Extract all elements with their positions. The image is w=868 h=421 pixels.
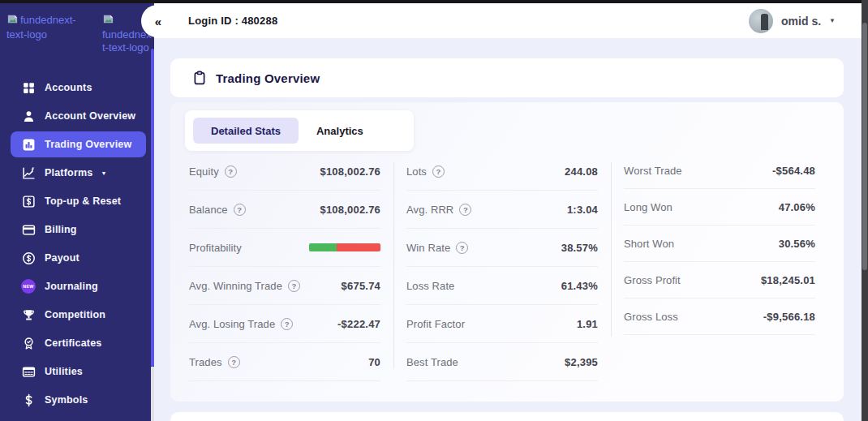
- billing-credit-card-icon: [21, 222, 36, 237]
- top-header: « Login ID : 480288 omid s. ▼: [154, 3, 862, 38]
- stat-label: Avg. Winning Trade: [189, 280, 282, 292]
- stat-value: 30.56%: [779, 238, 815, 250]
- help-question-icon[interactable]: ?: [459, 204, 471, 216]
- stat-value: 1:3.04: [567, 204, 598, 216]
- symbols-dollar-icon: [21, 393, 36, 407]
- sidebar-item-account-overview[interactable]: Account Overview: [11, 103, 146, 129]
- stat-row: Avg. Losing Trade ? -$222.47: [189, 305, 380, 343]
- stats-column-2: Lots ? 244.08 Avg. RRR ? 1:3.04 Win Rate…: [406, 153, 598, 381]
- stat-value: 38.57%: [561, 242, 598, 254]
- stat-label: Profitability: [189, 242, 242, 254]
- user-menu-caret-icon: ▼: [829, 17, 836, 24]
- stat-label: Loss Rate: [406, 280, 454, 292]
- help-question-icon[interactable]: ?: [432, 165, 445, 178]
- payout-dollar-circle-icon: [21, 251, 36, 265]
- sidebar-item-competition[interactable]: Competition: [11, 302, 146, 328]
- certificates-medal-icon: [21, 336, 36, 350]
- stat-label: Best Trade: [406, 356, 458, 368]
- stat-value: $675.74: [342, 280, 380, 292]
- sidebar-scrollbar-track[interactable]: [151, 367, 154, 421]
- help-question-icon[interactable]: ?: [234, 204, 246, 216]
- help-question-icon[interactable]: ?: [288, 280, 300, 292]
- sidebar-item-label: Journaling: [45, 281, 98, 292]
- stat-row: Worst Trade -$564.48: [624, 153, 815, 189]
- utilities-table-icon: [21, 364, 36, 379]
- sidebar-item-trading-overview[interactable]: Trading Overview: [11, 131, 146, 157]
- sidebar-item-accounts[interactable]: Accounts: [11, 75, 146, 101]
- trading-overview-chart-icon: [21, 137, 36, 152]
- user-menu[interactable]: omid s. ▼: [749, 3, 836, 38]
- stat-value: $108,002.76: [320, 165, 381, 178]
- sidebar-item-journaling[interactable]: NEW Journaling: [11, 273, 146, 299]
- stat-value: $18,245.01: [761, 274, 815, 286]
- stat-label: Long Won: [624, 201, 672, 213]
- stat-label: Gross Profit: [624, 274, 681, 286]
- stat-label: Win Rate: [406, 242, 450, 254]
- competition-trophy-icon: [21, 307, 36, 322]
- platforms-growth-icon: [21, 165, 36, 180]
- broken-image-icon: [102, 13, 114, 28]
- fundednext-logo-primary[interactable]: fundednext-text-logo: [6, 13, 76, 54]
- sidebar-item-label: Symbols: [45, 394, 88, 406]
- stat-value: $108,002.76: [320, 204, 381, 216]
- stat-value: -$222.47: [337, 318, 380, 330]
- stat-row: Lots ? 244.08: [406, 153, 598, 191]
- sidebar-item-label: Billing: [45, 224, 77, 235]
- sidebar-menu: Accounts Account Overview Trading Overvi…: [0, 75, 151, 415]
- topup-reset-dollar-square-icon: [21, 194, 36, 208]
- user-name: omid s.: [781, 15, 821, 28]
- sidebar-collapse-button[interactable]: «: [141, 5, 174, 37]
- stat-value: -$9,566.18: [763, 311, 815, 323]
- browser-top-strip: [0, 0, 868, 3]
- stats-column-3: Worst Trade -$564.48 Long Won 47.06% Sho…: [624, 153, 815, 381]
- sidebar-item-platforms[interactable]: Platforms ▼: [11, 160, 146, 186]
- trading-overview-title-card: Trading Overview: [170, 58, 844, 97]
- sidebar-item-label: Top-up & Reset: [45, 195, 121, 207]
- sidebar-scrollbar-thumb[interactable]: [151, 49, 154, 367]
- stat-label: Worst Trade: [624, 165, 682, 177]
- profitability-win-segment: [309, 243, 337, 251]
- sidebar-item-label: Platforms: [45, 167, 92, 178]
- stat-row: Profit Factor 1.91: [406, 305, 598, 343]
- collapse-chevrons-icon: «: [155, 15, 161, 28]
- stat-value: 1.91: [577, 318, 598, 330]
- stat-row: Gross Loss -$9,566.18: [624, 299, 815, 335]
- help-question-icon[interactable]: ?: [225, 165, 237, 178]
- stat-row: Long Won 47.06%: [624, 189, 815, 226]
- profitability-loss-segment: [337, 243, 380, 251]
- tabs: Detailed Stats Analytics: [185, 110, 414, 151]
- page-scrollbar[interactable]: [862, 0, 868, 421]
- stat-value: $2,395: [565, 356, 598, 368]
- sidebar-item-top-up-reset[interactable]: Top-up & Reset: [11, 188, 146, 214]
- help-question-icon[interactable]: ?: [281, 318, 293, 330]
- stat-label: Balance: [189, 204, 228, 216]
- sidebar-item-payout[interactable]: Payout: [11, 245, 146, 271]
- stat-value: -$564.48: [772, 165, 815, 177]
- stat-row: Trades ? 70: [189, 343, 380, 381]
- stat-row: Balance ? $108,002.76: [189, 191, 380, 229]
- stat-row: Short Won 30.56%: [624, 226, 815, 262]
- stat-row: Win Rate ? 38.57%: [406, 229, 598, 267]
- sidebar-item-utilities[interactable]: Utilities: [11, 359, 146, 384]
- clipboard-icon: [192, 71, 207, 85]
- tab-detailed-stats[interactable]: Detailed Stats: [193, 118, 299, 144]
- avatar[interactable]: [749, 9, 773, 33]
- account-overview-user-icon: [21, 109, 36, 123]
- stat-label: Avg. Losing Trade: [189, 318, 275, 330]
- tab-analytics[interactable]: Analytics: [299, 118, 381, 144]
- sidebar-item-label: Competition: [45, 309, 105, 320]
- help-question-icon[interactable]: ?: [228, 356, 240, 368]
- help-question-icon[interactable]: ?: [456, 242, 468, 254]
- accounts-grid-icon: [21, 80, 36, 95]
- sidebar-item-billing[interactable]: Billing: [11, 217, 146, 243]
- next-section-card: [170, 412, 844, 421]
- stat-value: 244.08: [565, 165, 598, 178]
- logo-alt-text: fundednext-text-logo: [102, 28, 152, 54]
- sidebar-item-symbols[interactable]: Symbols: [11, 387, 146, 413]
- sidebar-item-certificates[interactable]: Certificates: [11, 330, 146, 356]
- stat-value: 70: [368, 356, 380, 368]
- detailed-stats-card: Detailed Stats Analytics Equity ? $108,0…: [170, 102, 844, 402]
- stat-row: Loss Rate 61.43%: [406, 267, 598, 305]
- stats-grid: Equity ? $108,002.76 Balance ? $108,002.…: [189, 153, 815, 381]
- page-scrollbar-thumb[interactable]: [862, 23, 867, 270]
